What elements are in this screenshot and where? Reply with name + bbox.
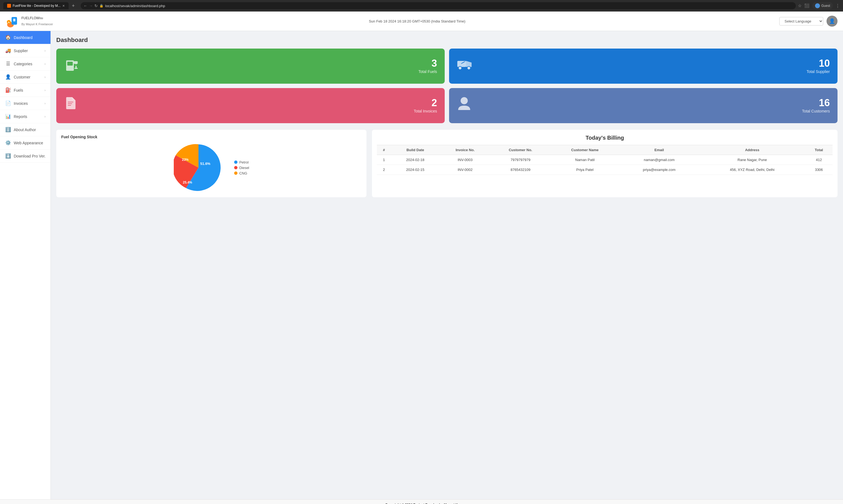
address-bar[interactable]: localhost/sevak/admin/dashboard.php: [105, 4, 793, 8]
sidebar-item-fuels[interactable]: ⛽ Fuels ›: [0, 84, 51, 97]
billing-cell-0-5: naman@gmail.com: [619, 155, 699, 165]
sidebar-item-supplier[interactable]: 🚚 Supplier ›: [0, 44, 51, 57]
col-customer-no: Customer No.: [491, 145, 551, 155]
sidebar-item-categories[interactable]: ☰ Categories ›: [0, 57, 51, 71]
billing-cell-0-3: 7979797979: [491, 155, 551, 165]
svg-text:25.4%: 25.4%: [183, 181, 192, 184]
svg-text:23%: 23%: [182, 158, 189, 162]
sidebar-label-download-pro: Download Pro Ver.: [14, 154, 46, 158]
billing-cell-0-6: Rane Nagar, Pune: [699, 155, 805, 165]
header-right: Select Language English Hindi Marathi 👤: [779, 16, 838, 26]
table-row: 12024-02-18INV-00037979797979Naman Patil…: [377, 155, 832, 165]
cng-dot: [234, 172, 238, 175]
sidebar-item-web-appearance[interactable]: ⚙️ Web Appearance: [0, 136, 51, 149]
chart-section: Fuel Opening Stock: [56, 130, 367, 197]
svg-point-12: [458, 66, 462, 70]
svg-rect-6: [74, 61, 78, 64]
appearance-icon: ⚙️: [5, 140, 11, 146]
language-select[interactable]: Select Language English Hindi Marathi: [779, 17, 823, 25]
billing-cell-0-7: 412: [805, 155, 832, 165]
reports-icon: 📊: [5, 113, 11, 119]
billing-cell-0-0: 1: [377, 155, 391, 165]
col-address: Address: [699, 145, 805, 155]
logo-lite-badge: lite: [39, 16, 43, 20]
diesel-label: Diesel: [239, 166, 249, 170]
browser-nav-right: ☆ ⬛ Guest ⋮: [798, 2, 840, 9]
sidebar-label-categories: Categories: [14, 62, 42, 66]
fuels-arrow-icon: ›: [45, 88, 46, 92]
browser-menu-icon[interactable]: ⋮: [836, 3, 840, 8]
guest-button[interactable]: Guest: [812, 2, 833, 9]
stat-info-total-supplier: 10 Total Supplier: [807, 58, 830, 74]
col-customer-name: Customer Name: [551, 145, 619, 155]
extension-icon[interactable]: ⬛: [804, 3, 809, 8]
stat-info-total-customers: 16 Total Customers: [802, 98, 830, 113]
guest-label: Guest: [821, 4, 830, 8]
svg-point-9: [75, 64, 77, 66]
bookmark-icon[interactable]: ☆: [798, 3, 802, 8]
chart-title: Fuel Opening Stock: [61, 135, 362, 139]
delivery-truck-icon: [457, 58, 473, 75]
total-customers-number: 16: [802, 98, 830, 108]
supplier-icon: 🚚: [5, 48, 11, 54]
nav-forward-btn[interactable]: →: [89, 4, 93, 8]
sidebar-item-dashboard[interactable]: 🏠 Dashboard: [0, 31, 51, 44]
invoices-icon: 📄: [5, 101, 11, 106]
stat-info-total-fuels: 3 Total Fuels: [418, 58, 437, 74]
sidebar: 🏠 Dashboard 🚚 Supplier › ☰ Categories › …: [0, 31, 51, 499]
billing-cell-1-0: 2: [377, 165, 391, 175]
billing-section: Today's Billing # Build Date Invoice No.…: [372, 130, 838, 197]
sidebar-label-about-author: About Author: [14, 128, 46, 132]
sidebar-label-fuels: Fuels: [14, 88, 42, 92]
billing-title: Today's Billing: [377, 135, 832, 141]
sidebar-item-download-pro[interactable]: ⬇️ Download Pro Ver.: [0, 149, 51, 163]
customer-arrow-icon: ›: [45, 75, 46, 79]
tab-close-btn[interactable]: ✕: [62, 4, 65, 8]
total-invoices-number: 2: [414, 98, 437, 108]
stat-card-total-customers: 16 Total Customers: [449, 88, 838, 123]
table-row: 22024-02-15INV-00028765432109Priya Patel…: [377, 165, 832, 175]
col-total: Total: [805, 145, 832, 155]
browser-chrome: FuelFlow lite - Developed by M... ✕ + ← …: [0, 0, 843, 12]
logo-text: FUELFLOWlite By Mayuri K Freelancer: [21, 16, 53, 26]
sidebar-item-invoices[interactable]: 📄 Invoices ›: [0, 97, 51, 110]
dashboard-icon: 🏠: [5, 35, 11, 40]
col-num: #: [377, 145, 391, 155]
billing-cell-0-1: 2024-02-18: [391, 155, 440, 165]
user-avatar-icon: 👤: [829, 18, 835, 24]
svg-marker-11: [466, 61, 472, 67]
billing-table-header: # Build Date Invoice No. Customer No. Cu…: [377, 145, 832, 155]
customers-person-icon: [457, 96, 472, 115]
app-body: 🏠 Dashboard 🚚 Supplier › ☰ Categories › …: [0, 31, 843, 499]
billing-cell-1-7: 3306: [805, 165, 832, 175]
logo-sub: By Mayuri K Freelancer: [21, 22, 53, 26]
new-tab-button[interactable]: +: [70, 3, 76, 9]
svg-rect-2: [13, 19, 15, 21]
user-avatar-button[interactable]: 👤: [827, 16, 838, 26]
sidebar-item-reports[interactable]: 📊 Reports ›: [0, 110, 51, 123]
total-invoices-label: Total Invoices: [414, 109, 437, 113]
sidebar-item-about-author[interactable]: ℹ️ About Author: [0, 123, 51, 136]
total-customers-label: Total Customers: [802, 109, 830, 113]
col-build-date: Build Date: [391, 145, 440, 155]
logo-area: FUELFLOWlite By Mayuri K Freelancer: [5, 14, 55, 28]
stat-card-total-fuels: 3 Total Fuels: [56, 49, 445, 84]
logo-svg: [5, 14, 19, 28]
billing-cell-1-5: priya@example.com: [619, 165, 699, 175]
sidebar-label-reports: Reports: [14, 114, 42, 119]
billing-cell-1-2: INV-0002: [440, 165, 491, 175]
sidebar-item-customer[interactable]: 👤 Customer ›: [0, 71, 51, 84]
petrol-label: Petrol: [239, 160, 249, 164]
sidebar-label-customer: Customer: [14, 75, 42, 79]
svg-text:51.6%: 51.6%: [200, 162, 210, 166]
legend-cng: CNG: [234, 171, 249, 175]
nav-reload-btn[interactable]: ↻: [94, 4, 98, 8]
svg-point-20: [461, 97, 468, 104]
active-tab[interactable]: FuelFlow lite - Developed by M... ✕: [3, 2, 69, 9]
main-content: Dashboard 3 Total Fuels: [51, 31, 843, 499]
stat-card-total-invoices: 2 Total Invoices: [56, 88, 445, 123]
nav-back-btn[interactable]: ←: [84, 4, 87, 8]
stat-info-total-invoices: 2 Total Invoices: [414, 98, 437, 113]
svg-rect-5: [67, 62, 73, 66]
sidebar-label-web-appearance: Web Appearance: [14, 141, 46, 145]
